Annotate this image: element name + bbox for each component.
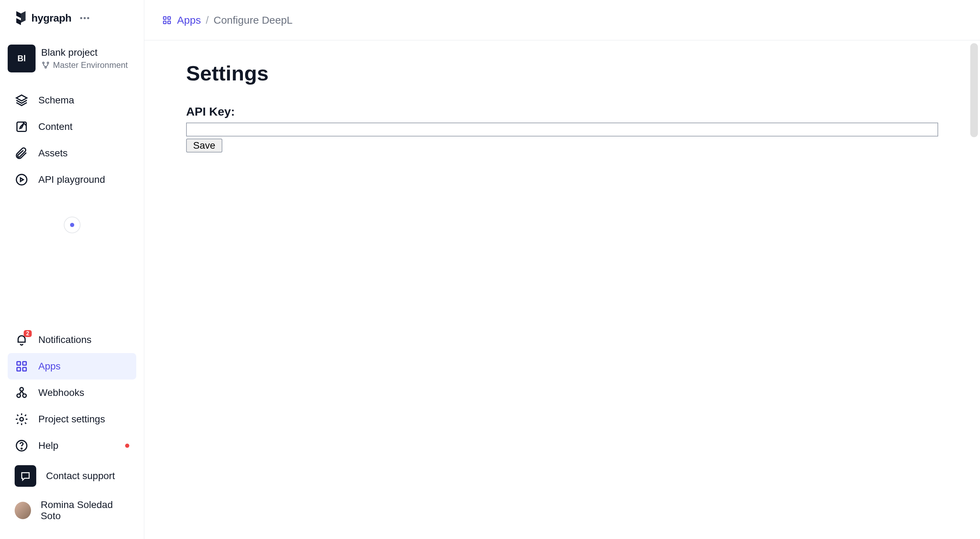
sidebar-item-label: Help [38, 440, 59, 451]
breadcrumb: Apps / Configure DeepL [144, 0, 980, 40]
sidebar-item-contact-support[interactable]: Contact support [8, 459, 136, 493]
chat-icon-wrap [14, 465, 36, 487]
svg-point-14 [20, 388, 23, 391]
save-button[interactable]: Save [186, 139, 222, 152]
apps-grid-icon [14, 359, 29, 373]
api-key-input[interactable] [186, 122, 938, 136]
paperclip-icon [14, 146, 29, 160]
svg-point-4 [47, 62, 48, 63]
svg-point-17 [21, 448, 22, 449]
indicator-dot[interactable] [64, 217, 81, 233]
sidebar-item-api-playground[interactable]: API playground [8, 166, 136, 193]
svg-point-7 [16, 174, 27, 185]
dots-icon [80, 17, 89, 19]
brand-more-button[interactable] [77, 12, 92, 24]
sidebar-item-project-settings[interactable]: Project settings [8, 406, 136, 433]
sidebar-item-assets[interactable]: Assets [8, 140, 136, 166]
sidebar-item-apps[interactable]: Apps [8, 353, 136, 379]
notification-badge: 2 [24, 330, 32, 337]
hygraph-logo-icon [14, 10, 28, 27]
breadcrumb-current: Configure DeepL [214, 14, 293, 26]
logo[interactable]: hygraph [14, 8, 72, 28]
gear-icon [14, 412, 29, 426]
sidebar: hygraph Bl Blank project Master Environ [0, 0, 144, 539]
indicator-dot-inner [70, 223, 74, 227]
svg-point-1 [84, 17, 86, 19]
sidebar-item-schema[interactable]: Schema [8, 87, 136, 114]
svg-point-5 [45, 67, 46, 68]
branch-icon [41, 60, 50, 70]
help-alert-dot [125, 444, 129, 448]
svg-point-0 [80, 17, 82, 19]
project-name: Blank project [41, 47, 128, 58]
sidebar-item-label: Notifications [38, 334, 92, 346]
project-switcher[interactable]: Bl Blank project Master Environment [0, 38, 144, 84]
chat-icon [19, 469, 32, 483]
sidebar-item-webhooks[interactable]: Webhooks [8, 379, 136, 406]
sidebar-item-label: Assets [38, 147, 68, 159]
svg-rect-20 [164, 21, 166, 24]
brand-row: hygraph [0, 8, 144, 38]
sidebar-item-label: Webhooks [38, 387, 84, 398]
sidebar-item-label: Contact support [46, 471, 115, 482]
svg-rect-11 [23, 367, 26, 371]
brand-name: hygraph [31, 12, 72, 24]
svg-point-2 [87, 17, 89, 19]
layers-icon [14, 93, 29, 107]
edit-icon [14, 120, 29, 134]
nav-top: Schema Content Assets [0, 84, 144, 196]
sidebar-item-label: Schema [38, 95, 74, 106]
svg-rect-9 [23, 362, 26, 365]
svg-point-3 [43, 62, 44, 63]
nav-bottom: 2 Notifications Apps Webhooks [0, 324, 144, 531]
page-title: Settings [186, 61, 938, 85]
sidebar-item-help[interactable]: Help [8, 433, 136, 459]
api-key-label: API Key: [186, 105, 938, 118]
sidebar-item-content[interactable]: Content [8, 114, 136, 140]
environment-label: Master Environment [53, 60, 128, 70]
svg-rect-18 [164, 17, 166, 19]
sidebar-item-label: Content [38, 121, 73, 132]
main: Apps / Configure DeepL Settings API Key:… [144, 0, 980, 539]
user-name: Romina Soledad Soto [41, 499, 129, 522]
play-icon [14, 173, 29, 187]
webhook-icon [14, 386, 29, 400]
sidebar-spacer [0, 196, 144, 324]
project-avatar: Bl [8, 44, 35, 73]
project-meta: Blank project Master Environment [41, 47, 128, 70]
svg-point-15 [20, 417, 23, 421]
content-area: Settings API Key: Save [144, 40, 980, 539]
svg-rect-10 [17, 367, 21, 371]
svg-rect-21 [168, 21, 171, 24]
scrollbar[interactable] [970, 43, 978, 137]
svg-rect-19 [168, 17, 171, 19]
sidebar-item-label: Project settings [38, 414, 105, 425]
avatar [14, 502, 31, 519]
sidebar-item-label: API playground [38, 174, 105, 185]
sidebar-item-notifications[interactable]: 2 Notifications [8, 327, 136, 353]
sidebar-item-label: Apps [38, 361, 60, 372]
sidebar-item-user[interactable]: Romina Soledad Soto [8, 493, 136, 528]
breadcrumb-root-link[interactable]: Apps [177, 14, 201, 26]
svg-rect-8 [17, 362, 21, 365]
breadcrumb-separator: / [205, 14, 208, 26]
help-icon [14, 439, 29, 453]
environment-row: Master Environment [41, 60, 128, 70]
inner-scroll: Settings API Key: Save [144, 40, 980, 539]
apps-grid-icon [162, 15, 172, 25]
